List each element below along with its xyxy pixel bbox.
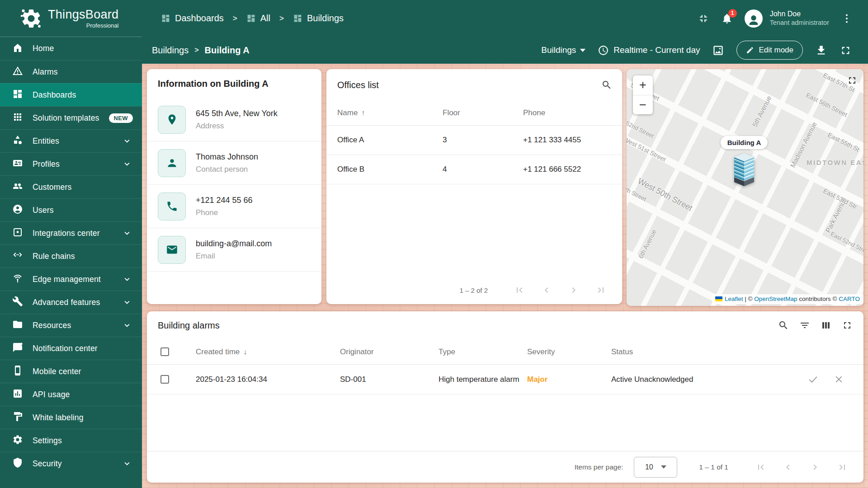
user-menu[interactable]: John Doe Tenant administrator — [770, 9, 829, 27]
more-menu-icon[interactable] — [841, 13, 853, 24]
sidebar-item-integrations-center[interactable]: Integrations center — [0, 221, 142, 244]
column-header-severity[interactable]: Severity — [527, 347, 611, 357]
dashboard-toolbar: Buildings > Building A Buildings Realtim… — [142, 37, 868, 64]
download-icon[interactable] — [815, 44, 827, 56]
building-marker[interactable] — [730, 153, 759, 191]
sidebar-item-notification-center[interactable]: Notification center — [0, 337, 142, 360]
sidebar-item-label: Profiles — [33, 160, 60, 169]
sidebar-item-white-labeling[interactable]: White labeling — [0, 406, 142, 429]
last-page-icon[interactable] — [837, 462, 848, 473]
search-icon[interactable] — [601, 80, 612, 92]
last-page-icon[interactable] — [595, 285, 606, 296]
street-label: 6th Avenue — [637, 228, 658, 259]
info-row-phone: +121 244 55 66Phone — [147, 185, 321, 228]
street-label: East 55th St — [826, 131, 860, 153]
sort-desc-icon: ↓ — [243, 348, 247, 356]
map-marker-label[interactable]: Building A — [721, 136, 768, 149]
edit-mode-button[interactable]: Edit mode — [736, 41, 803, 60]
sidebar-item-label: Security — [33, 459, 62, 469]
search-icon[interactable] — [778, 320, 789, 331]
first-page-icon[interactable] — [514, 285, 525, 296]
sidebar-item-edge-management[interactable]: Edge management — [0, 267, 142, 291]
sidebar-item-rule-chains[interactable]: Rule chains — [0, 244, 142, 267]
column-header-type[interactable]: Type — [439, 347, 527, 357]
entity-select[interactable]: Buildings — [541, 45, 585, 55]
first-page-icon[interactable] — [755, 462, 766, 473]
sidebar-item-mobile-center[interactable]: Mobile center — [0, 360, 142, 383]
user-role: Tenant administrator — [770, 19, 829, 27]
column-header-created-time[interactable]: Created time — [196, 347, 240, 357]
sidebar-item-users[interactable]: Users — [0, 198, 142, 221]
fullscreen-icon[interactable] — [842, 320, 853, 331]
carto-link[interactable]: CARTO — [839, 296, 860, 302]
column-header-floor[interactable]: Floor — [443, 108, 523, 117]
sidebar-item-solution-templates[interactable]: Solution templatesNEW — [0, 106, 142, 129]
sidebar-item-home[interactable]: Home — [0, 37, 142, 60]
column-header-originator[interactable]: Originator — [340, 347, 439, 357]
table-row[interactable]: Office B4+1 121 666 5522 — [326, 155, 622, 184]
column-header-name[interactable]: Name — [337, 108, 358, 117]
acknowledge-icon[interactable] — [807, 374, 819, 385]
alarm-table-row[interactable]: 2025-01-23 16:04:34 SD-001 High temperat… — [147, 365, 863, 394]
column-header-phone[interactable]: Phone — [523, 108, 611, 117]
sidebar-item-alarms[interactable]: Alarms — [0, 60, 142, 83]
map[interactable]: 53rd StreetWest 52nd StreetWest 51st Str… — [627, 69, 863, 306]
image-gallery-icon[interactable] — [712, 44, 724, 56]
app-logo[interactable]: ThingsBoard Professional — [0, 7, 142, 30]
column-header-status[interactable]: Status — [611, 347, 793, 357]
offices-table-header: Name↑ Floor Phone — [326, 101, 622, 126]
filter-icon[interactable] — [799, 320, 810, 331]
breadcrumb-item-all[interactable]: All — [246, 13, 270, 23]
sidebar-item-settings[interactable]: Settings — [0, 429, 142, 452]
chevron-down-icon — [661, 465, 666, 471]
clear-icon[interactable] — [833, 374, 844, 385]
breadcrumb-item-buildings[interactable]: Buildings — [293, 13, 344, 23]
office-name: Office A — [337, 136, 443, 145]
chevron-down-icon — [580, 49, 585, 55]
prev-page-icon[interactable] — [783, 462, 793, 473]
row-checkbox[interactable] — [160, 375, 169, 384]
map-zoom-control: + − — [633, 75, 653, 114]
zoom-out-button[interactable]: − — [633, 95, 653, 114]
sidebar-item-security[interactable]: Security — [0, 452, 142, 475]
next-page-icon[interactable] — [810, 462, 821, 473]
sidebar-item-label: Rule chains — [33, 252, 75, 261]
zoom-in-button[interactable]: + — [633, 75, 653, 95]
map-fullscreen-icon[interactable] — [847, 75, 858, 88]
avatar[interactable] — [745, 9, 763, 28]
sidebar-item-dashboards[interactable]: Dashboards — [0, 83, 142, 106]
select-all-checkbox[interactable] — [160, 347, 169, 356]
columns-icon[interactable] — [821, 320, 831, 331]
widget-title: Offices list — [326, 69, 622, 101]
attribution-text: | © — [743, 296, 754, 302]
notifications-button[interactable]: 1 — [721, 13, 733, 24]
sidebar-item-profiles[interactable]: Profiles — [0, 152, 142, 175]
prev-page-icon[interactable] — [541, 285, 552, 296]
map-attribution: Leaflet | © OpenStreetMap contributors ©… — [712, 294, 863, 304]
sidebar-item-customers[interactable]: Customers — [0, 175, 142, 198]
sidebar-item-label: Notification center — [33, 344, 98, 353]
items-per-page-select[interactable]: 10 — [634, 457, 677, 478]
street-label: West 51st Street — [627, 136, 667, 163]
osm-link[interactable]: OpenStreetMap — [754, 296, 797, 302]
leaflet-link[interactable]: Leaflet — [725, 296, 743, 302]
sidebar-item-entities[interactable]: Entities — [0, 129, 142, 152]
chevron-down-icon — [122, 228, 132, 238]
chevron-down-icon — [122, 274, 132, 284]
timewindow-button[interactable]: Realtime - Current day — [598, 45, 700, 56]
exit-fullscreen-icon[interactable] — [698, 13, 709, 24]
dashboard-breadcrumb-root[interactable]: Buildings — [152, 45, 189, 56]
sidebar-item-api-usage[interactable]: API usage — [0, 383, 142, 406]
breadcrumb-item-dashboards[interactable]: Dashboards — [161, 13, 224, 23]
next-page-icon[interactable] — [568, 285, 579, 296]
clock-icon — [598, 45, 609, 56]
chevron-down-icon — [122, 297, 132, 307]
email-icon — [158, 236, 186, 264]
sidebar-item-advanced-features[interactable]: Advanced features — [0, 291, 142, 314]
timewindow-label: Realtime - Current day — [613, 45, 700, 55]
sidebar-item-resources[interactable]: Resources — [0, 314, 142, 337]
brand-edition: Professional — [48, 22, 118, 29]
thingsboard-logo-icon — [20, 7, 42, 30]
fullscreen-icon[interactable] — [840, 44, 852, 56]
table-row[interactable]: Office A3+1 121 333 4455 — [326, 126, 622, 155]
